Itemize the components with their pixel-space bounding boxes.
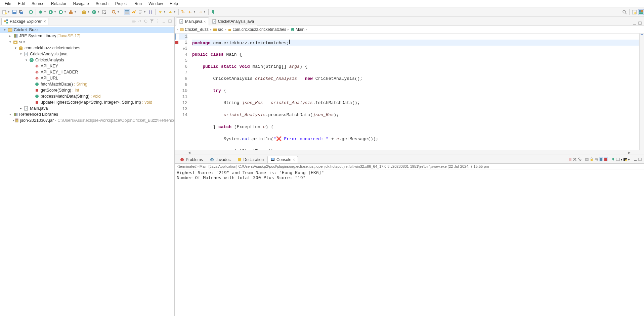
- external-tools-icon[interactable]: [68, 9, 74, 15]
- crumb-class[interactable]: CMain: [291, 27, 304, 32]
- toggle-whitespace-icon[interactable]: [137, 9, 143, 15]
- external-tools-dropdown[interactable]: ▾: [75, 10, 77, 13]
- pin-console-icon[interactable]: [611, 157, 615, 161]
- tree-class-cricketanalysis[interactable]: ▾ C CricketAnalysis: [0, 57, 174, 63]
- open-type-icon[interactable]: [101, 9, 107, 15]
- save-all-icon[interactable]: [18, 9, 24, 15]
- close-icon[interactable]: ×: [293, 157, 295, 162]
- maximize-icon[interactable]: [167, 18, 173, 24]
- back-icon[interactable]: [187, 9, 193, 15]
- remove-launch-icon[interactable]: [573, 157, 577, 161]
- perspective-open-icon[interactable]: [631, 9, 637, 15]
- java-perspective-icon[interactable]: [638, 9, 644, 15]
- collapse-all-icon[interactable]: [131, 18, 137, 24]
- new-package-icon[interactable]: [81, 9, 87, 15]
- menu-window[interactable]: Window: [145, 1, 166, 7]
- toggle-breadcrumb-icon[interactable]: [124, 9, 130, 15]
- prev-dropdown[interactable]: ▾: [174, 10, 177, 13]
- link-editor-icon[interactable]: [137, 18, 143, 24]
- display-selected-icon[interactable]: [616, 157, 620, 161]
- menu-search[interactable]: Search: [92, 1, 112, 7]
- show-console-out-icon[interactable]: [599, 157, 603, 161]
- word-wrap-icon[interactable]: [594, 157, 598, 161]
- minimize-icon[interactable]: [633, 157, 637, 161]
- tree-file-cricketanalysis[interactable]: ▾ J CricketAnalysis.java: [0, 51, 174, 57]
- new-icon[interactable]: [1, 9, 7, 15]
- new-dropdown[interactable]: ▾: [8, 10, 11, 13]
- menu-refactor[interactable]: Refactor: [48, 1, 70, 7]
- tree-src[interactable]: ▾ src: [0, 39, 174, 45]
- menu-source[interactable]: Source: [28, 1, 48, 7]
- tree-jre[interactable]: ▸ JRE System Library [JavaSE-17]: [0, 33, 174, 39]
- code-editor[interactable]: 1 2 ⊖3 4 5 6 7 8 9 10 11 12 13 14 packag…: [175, 34, 644, 150]
- crumb-src[interactable]: src: [213, 27, 223, 32]
- tree-package[interactable]: ▾ com.crickbuzz.cricketmatches: [0, 45, 174, 51]
- new-class-icon[interactable]: C: [91, 9, 97, 15]
- menu-navigate[interactable]: Navigate: [70, 1, 92, 7]
- tree-method-process[interactable]: processMatchData(String) : void: [0, 93, 174, 99]
- crumb-package[interactable]: com.crickbuzz.cricketmatches: [228, 27, 286, 32]
- view-menu-icon[interactable]: ⋮: [155, 18, 161, 24]
- toggle-mark-icon[interactable]: [131, 9, 137, 15]
- open-console-dropdown[interactable]: ▾: [628, 157, 630, 162]
- close-icon[interactable]: ×: [204, 19, 206, 23]
- new-package-dropdown[interactable]: ▾: [88, 10, 90, 13]
- access-search-icon[interactable]: [621, 9, 628, 15]
- forward-dropdown[interactable]: ▾: [204, 10, 207, 13]
- tab-console[interactable]: Console ×: [267, 156, 298, 163]
- tab-problems[interactable]: ! Problems: [177, 156, 206, 163]
- scroll-lock-icon[interactable]: [590, 157, 594, 161]
- tree-field-apikey[interactable]: S API_KEY: [0, 63, 174, 69]
- tree-reflib[interactable]: ▾ Referenced Libraries: [0, 111, 174, 117]
- editor-tab-main[interactable]: J Main.java ×: [176, 17, 209, 25]
- tree-field-apikeyheader[interactable]: S API_KEY_HEADER: [0, 69, 174, 75]
- menu-run[interactable]: Run: [131, 1, 145, 7]
- tree-project[interactable]: ▾ Cricket_Buzz: [0, 27, 174, 33]
- skip-breakpoints-icon[interactable]: [28, 9, 34, 15]
- scroll-right-icon[interactable]: ▶: [628, 151, 631, 154]
- close-icon[interactable]: ×: [44, 19, 46, 24]
- tree-method-fetch[interactable]: fetchMatchData() : String: [0, 81, 174, 87]
- show-console-err-icon[interactable]: [604, 157, 608, 161]
- next-annotation-icon[interactable]: [157, 9, 163, 15]
- crumb-project[interactable]: Cricket_Buzz: [180, 27, 209, 32]
- tree-method-getscore[interactable]: getScore(String) : int: [0, 87, 174, 93]
- maximize-icon[interactable]: [638, 21, 642, 25]
- clear-console-icon[interactable]: [585, 157, 589, 161]
- menu-file[interactable]: File: [1, 1, 14, 7]
- run-icon[interactable]: [48, 9, 54, 15]
- search-dropdown[interactable]: ▾: [118, 10, 120, 13]
- run-dropdown[interactable]: ▾: [54, 10, 57, 13]
- filter-icon[interactable]: [149, 18, 155, 24]
- menu-help[interactable]: Help: [166, 1, 181, 7]
- tab-declaration[interactable]: Declaration: [234, 156, 267, 163]
- search-icon[interactable]: [111, 9, 117, 15]
- tree-file-main[interactable]: ▸ J Main.java: [0, 105, 174, 111]
- editor-tab-cricketanalysis[interactable]: J CricketAnalysis.java: [209, 17, 257, 25]
- tree-field-apiurl[interactable]: S API_URL: [0, 75, 174, 81]
- coverage-dropdown[interactable]: ▾: [65, 10, 67, 13]
- tree-jar[interactable]: ▸ json-20210307.jar - C:\Users\Asus\ecli…: [0, 117, 174, 123]
- package-explorer-tab[interactable]: Package Explorer ×: [1, 18, 48, 25]
- menu-edit[interactable]: Edit: [14, 1, 28, 7]
- prev-annotation-icon[interactable]: [167, 9, 173, 15]
- minimize-icon[interactable]: [633, 21, 637, 25]
- coverage-icon[interactable]: [58, 9, 64, 15]
- remove-all-icon[interactable]: [577, 157, 582, 161]
- debug-icon[interactable]: [38, 9, 44, 15]
- back-dropdown[interactable]: ▾: [194, 10, 197, 13]
- toggle-word-wrap-icon[interactable]: [147, 9, 154, 15]
- debug-dropdown[interactable]: ▾: [44, 10, 47, 13]
- new-class-dropdown[interactable]: ▾: [98, 10, 100, 13]
- terminate-icon[interactable]: [568, 157, 572, 161]
- tab-javadoc[interactable]: @ Javadoc: [207, 156, 234, 163]
- menu-project[interactable]: Project: [112, 1, 131, 7]
- console-output[interactable]: Highest Score: "219" and Team Name is: "…: [175, 169, 644, 316]
- ws-dropdown[interactable]: ▾: [144, 10, 147, 13]
- save-icon[interactable]: [11, 9, 17, 15]
- scroll-left-icon[interactable]: ◀: [188, 151, 190, 154]
- minimize-icon[interactable]: [161, 18, 167, 24]
- last-edit-icon[interactable]: [180, 9, 186, 15]
- next-dropdown[interactable]: ▾: [164, 10, 167, 13]
- tree-method-update[interactable]: updateHighestScore(Map<String, Integer>,…: [0, 99, 174, 105]
